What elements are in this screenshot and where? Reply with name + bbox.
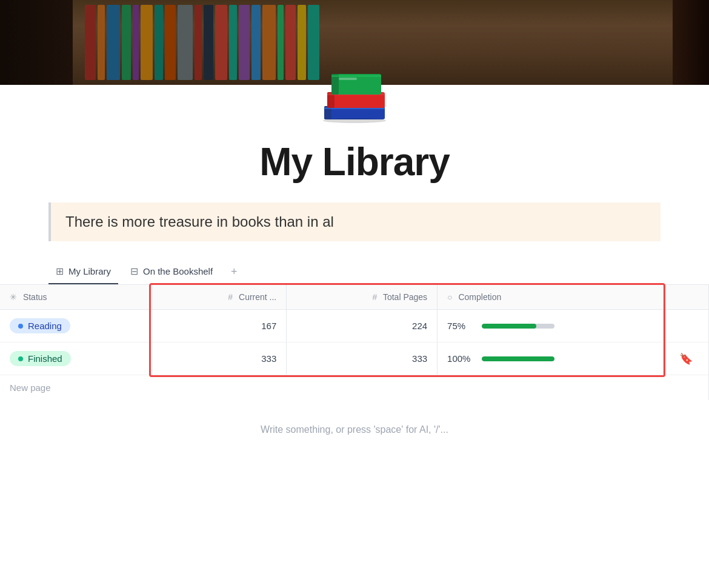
library-table-container: ✳ Status # Current ... # Total Pages ○ C… [0,285,709,400]
completion-cell-reading[interactable]: 75% [438,310,664,342]
col-header-total-pages[interactable]: # Total Pages [287,285,438,310]
current-page-cell-finished[interactable]: 333 [151,342,287,375]
dot-finished [18,356,23,361]
bottom-hint: Write something, or press 'space' for AI… [0,400,709,447]
svg-rect-6 [331,74,381,95]
svg-point-10 [323,118,386,123]
extra-icon: 🔖 [679,353,693,365]
progress-bar-fill-finished [482,356,554,361]
new-page-label[interactable]: New page [0,375,709,401]
quote-block: There is more treasure in books than in … [48,202,661,241]
grid-icon: ⊟ [130,266,138,277]
progress-bar-bg-finished [482,356,554,361]
tab-on-the-bookshelf[interactable]: ⊟ On the Bookshelf [123,259,220,284]
spinner-icon: ✳ [10,292,17,302]
tab-bar: ⊞ My Library ⊟ On the Bookshelf + [0,259,709,285]
svg-rect-9 [339,78,357,80]
hash-icon-current: # [228,292,233,302]
status-cell-reading[interactable]: Reading [0,310,151,342]
completion-pct-finished: 100% [447,353,474,364]
progress-bar-fill-reading [482,324,536,329]
svg-rect-8 [331,75,381,77]
col-header-current[interactable]: # Current ... [151,285,287,310]
add-tab-button[interactable]: + [225,261,244,283]
extra-cell-finished: 🔖 [664,342,709,375]
status-badge-finished: Finished [10,351,71,366]
table-row: Reading 167 224 75% [0,310,709,342]
table-header-row: ✳ Status # Current ... # Total Pages ○ C… [0,285,709,310]
current-page-cell-reading[interactable]: 167 [151,310,287,342]
new-page-row[interactable]: New page [0,375,709,401]
progress-bar-bg-reading [482,324,554,329]
tab-my-library[interactable]: ⊞ My Library [48,259,118,284]
table-icon: ⊞ [56,266,64,277]
status-badge-reading: Reading [10,318,70,333]
col-header-status[interactable]: ✳ Status [0,285,151,310]
quote-text: There is more treasure in books than in … [51,202,661,241]
total-pages-cell-reading[interactable]: 224 [287,310,438,342]
col-header-completion[interactable]: ○ Completion [438,285,664,310]
extra-cell-reading [664,310,709,342]
dot-reading [18,324,23,329]
page-title: My Library [0,139,709,184]
completion-pct-reading: 75% [447,321,474,331]
total-pages-cell-finished[interactable]: 333 [287,342,438,375]
circle-icon: ○ [447,292,452,302]
book-stack-icon [0,48,709,127]
svg-rect-7 [331,74,339,95]
table-row: Finished 333 333 100% [0,342,709,375]
col-header-extra [664,285,709,310]
library-table: ✳ Status # Current ... # Total Pages ○ C… [0,285,709,400]
hash-icon-total: # [372,292,377,302]
status-cell-finished[interactable]: Finished [0,342,151,375]
completion-cell-finished[interactable]: 100% [438,342,664,375]
library-table-wrapper: ✳ Status # Current ... # Total Pages ○ C… [0,285,709,400]
